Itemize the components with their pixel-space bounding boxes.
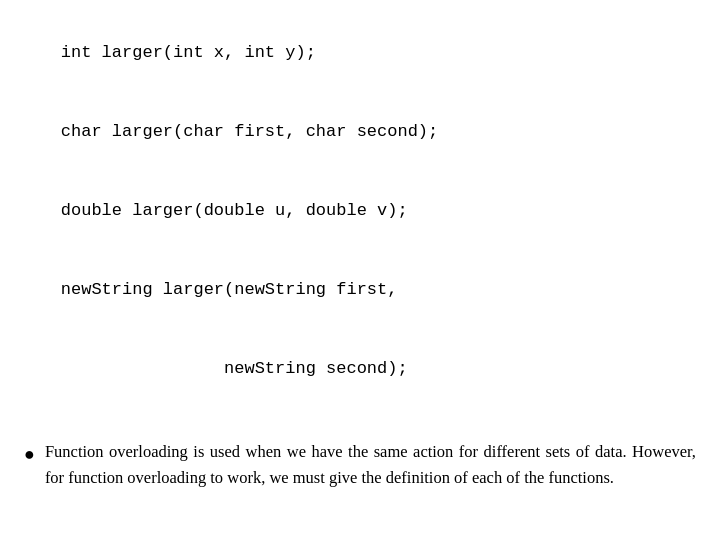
code-line-5: newString second);: [61, 359, 408, 378]
code-line-4: newString larger(newString first,: [61, 280, 398, 299]
bullet-section: ● Function overloading is used when we h…: [20, 439, 700, 490]
bullet-dot: ●: [24, 441, 35, 468]
code-line-2: char larger(char first, char second);: [61, 122, 438, 141]
page-container: int larger(int x, int y); char larger(ch…: [0, 0, 720, 540]
bullet-text: Function overloading is used when we hav…: [45, 439, 696, 490]
code-block: int larger(int x, int y); char larger(ch…: [20, 14, 700, 409]
code-line-3: double larger(double u, double v);: [61, 201, 408, 220]
code-line-1: int larger(int x, int y);: [61, 43, 316, 62]
